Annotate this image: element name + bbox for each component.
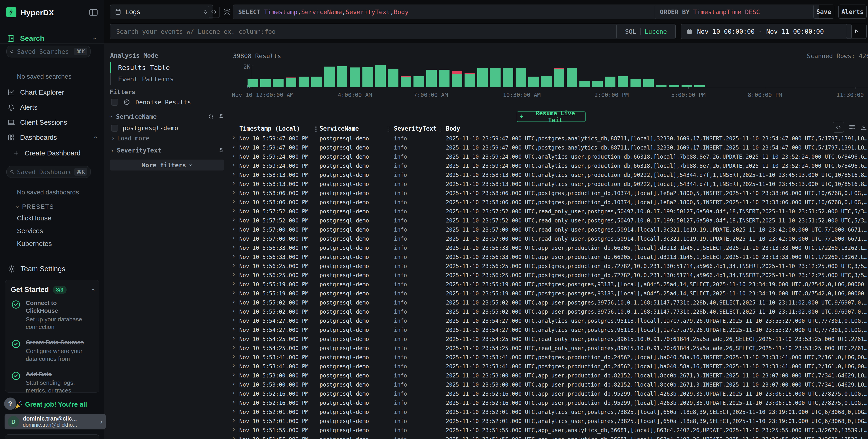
saved-dashboards-input[interactable] <box>17 168 72 176</box>
lang-lucene[interactable]: Lucene <box>645 28 667 35</box>
expand-row-icon[interactable] <box>231 143 236 150</box>
histogram-bar[interactable] <box>439 70 450 87</box>
alerts-button[interactable]: Alerts <box>838 5 867 19</box>
saved-searches-input[interactable] <box>17 48 72 55</box>
sidebar-item-alerts[interactable]: Alerts <box>0 100 104 115</box>
resume-live-tail-button[interactable]: Resume Live Tail <box>517 112 586 122</box>
load-more-button[interactable]: Load more <box>112 135 149 142</box>
histogram-bar[interactable] <box>388 69 398 87</box>
expand-row-icon[interactable] <box>231 253 236 259</box>
orderby-clause-input[interactable]: ORDER BY TimestampTime DESC <box>655 5 819 19</box>
histogram-bar[interactable] <box>426 70 437 87</box>
presets-toggle[interactable]: PRESETS <box>17 203 54 210</box>
histogram-bar[interactable] <box>465 73 475 87</box>
expand-row-icon[interactable] <box>231 271 236 278</box>
histogram-bar[interactable] <box>516 68 526 87</box>
table-row[interactable]: Nov 10 5:53:00.000 PMpostgresql-demoinfo… <box>230 380 868 389</box>
expand-row-icon[interactable] <box>231 170 236 177</box>
table-row[interactable]: Nov 10 5:52:01.000 PMpostgresql-demoinfo… <box>230 417 868 426</box>
table-row[interactable]: Nov 10 5:53:41.000 PMpostgresql-demoinfo… <box>230 353 868 362</box>
sidebar-item-chart-explorer[interactable]: Chart Explorer <box>0 85 104 100</box>
table-row[interactable]: Nov 10 5:51:55.000 PMpostgresql-demoinfo… <box>230 435 868 439</box>
sidebar-item-search[interactable]: Search <box>7 34 98 43</box>
expand-row-icon[interactable] <box>231 307 236 314</box>
expand-row-icon[interactable] <box>231 262 236 269</box>
sidebar-item-team-settings[interactable]: Team Settings <box>7 265 65 273</box>
table-row[interactable]: Nov 10 5:54:27.000 PMpostgresql-demoinfo… <box>230 325 868 335</box>
column-header-servicename[interactable]: ServiceName <box>319 125 359 132</box>
select-clause-input[interactable]: SELECT Timestamp,ServiceName,SeverityTex… <box>233 5 660 19</box>
filter-group-servicename[interactable]: ServiceName <box>110 113 224 120</box>
table-row[interactable]: Nov 10 5:59:47.000 PMpostgresql-demoinfo… <box>230 134 868 143</box>
histogram-bar[interactable] <box>477 68 488 87</box>
table-row[interactable]: Nov 10 5:57:52.000 PMpostgresql-demoinfo… <box>230 216 868 225</box>
histogram-bar[interactable] <box>260 79 271 87</box>
histogram-bar[interactable] <box>528 76 539 87</box>
histogram-bar[interactable] <box>605 76 615 87</box>
sql-mode-button[interactable] <box>208 6 220 18</box>
get-started-task[interactable]: Connect to ClickHouseSet up your databas… <box>11 299 95 331</box>
expand-row-icon[interactable] <box>231 280 236 287</box>
table-row[interactable]: Nov 10 5:55:19.000 PMpostgresql-demoinfo… <box>230 289 868 298</box>
expand-row-icon[interactable] <box>231 344 236 351</box>
histogram-bar[interactable] <box>350 67 360 87</box>
histogram-bar[interactable] <box>567 68 577 87</box>
histogram-bar[interactable] <box>503 68 513 87</box>
table-row[interactable]: Nov 10 5:53:00.000 PMpostgresql-demoinfo… <box>230 371 868 380</box>
table-row[interactable]: Nov 10 5:54:25.000 PMpostgresql-demoinfo… <box>230 344 868 353</box>
preset-item-services[interactable]: Services <box>17 227 52 235</box>
table-row[interactable]: Nov 10 5:59:47.000 PMpostgresql-demoinfo… <box>230 143 868 152</box>
histogram-bar[interactable] <box>554 68 564 87</box>
sidebar-item-dashboards[interactable]: Dashboards <box>0 130 104 145</box>
expand-row-icon[interactable] <box>231 316 236 323</box>
histogram-bar[interactable] <box>273 79 284 87</box>
table-row[interactable]: Nov 10 5:56:33.000 PMpostgresql-demoinfo… <box>230 244 868 253</box>
event-search-input[interactable] <box>116 28 618 35</box>
table-row[interactable]: Nov 10 5:52:16.000 PMpostgresql-demoinfo… <box>230 389 868 399</box>
denoise-filter[interactable]: Denoise Results <box>111 98 191 106</box>
analysis-mode-results-table[interactable]: Results Table <box>110 62 219 73</box>
table-row[interactable]: Nov 10 5:57:00.000 PMpostgresql-demoinfo… <box>230 234 868 244</box>
expand-row-icon[interactable] <box>231 180 236 186</box>
collapse-sidebar-icon[interactable] <box>89 8 98 17</box>
histogram-bar[interactable] <box>592 81 603 87</box>
results-table[interactable]: Nov 10 5:59:47.000 PMpostgresql-demoinfo… <box>230 134 868 439</box>
expand-row-icon[interactable] <box>231 335 236 341</box>
expand-row-icon[interactable] <box>231 426 236 433</box>
histogram-bar[interactable] <box>299 76 309 87</box>
histogram-bar[interactable] <box>694 85 705 87</box>
table-row[interactable]: Nov 10 5:58:13.000 PMpostgresql-demoinfo… <box>230 180 868 189</box>
column-resize-handle[interactable] <box>439 126 441 132</box>
saved-searches-search[interactable]: ⌘K <box>6 45 91 57</box>
expand-row-icon[interactable] <box>231 189 236 195</box>
expand-row-icon[interactable] <box>231 362 236 369</box>
event-search-box[interactable] <box>110 24 624 39</box>
run-query-button[interactable] <box>846 24 867 39</box>
histogram-bar[interactable] <box>682 85 692 87</box>
search-icon[interactable] <box>208 114 214 120</box>
expand-row-icon[interactable] <box>231 325 236 332</box>
user-menu[interactable]: D dominic.tran@clic... dominic.tran@clic… <box>5 414 106 430</box>
table-row[interactable]: Nov 10 5:51:55.000 PMpostgresql-demoinfo… <box>230 426 868 435</box>
expand-row-icon[interactable] <box>231 298 236 305</box>
expand-row-icon[interactable] <box>231 225 236 232</box>
expand-row-icon[interactable] <box>231 152 236 159</box>
table-row[interactable]: Nov 10 5:55:02.000 PMpostgresql-demoinfo… <box>230 298 868 307</box>
expand-row-icon[interactable] <box>231 380 236 387</box>
histogram-bar[interactable] <box>541 76 552 87</box>
column-header-body[interactable]: Body <box>446 125 460 132</box>
query-settings-button[interactable] <box>223 8 231 16</box>
column-header-severitytext[interactable]: SeverityText <box>394 125 437 132</box>
preset-item-kubernetes[interactable]: Kubernetes <box>17 240 52 248</box>
table-row[interactable]: Nov 10 5:57:52.000 PMpostgresql-demoinfo… <box>230 207 868 216</box>
expand-row-icon[interactable] <box>231 134 236 141</box>
expand-row-icon[interactable] <box>231 198 236 205</box>
expand-row-icon[interactable] <box>231 353 236 360</box>
expand-row-icon[interactable] <box>231 216 236 223</box>
histogram-bar[interactable] <box>413 76 424 87</box>
service-checkbox[interactable] <box>111 125 118 131</box>
expand-row-icon[interactable] <box>231 289 236 296</box>
table-row[interactable]: Nov 10 5:56:25.000 PMpostgresql-demoinfo… <box>230 262 868 271</box>
expand-row-icon[interactable] <box>231 417 236 424</box>
histogram-bar[interactable] <box>669 85 679 87</box>
